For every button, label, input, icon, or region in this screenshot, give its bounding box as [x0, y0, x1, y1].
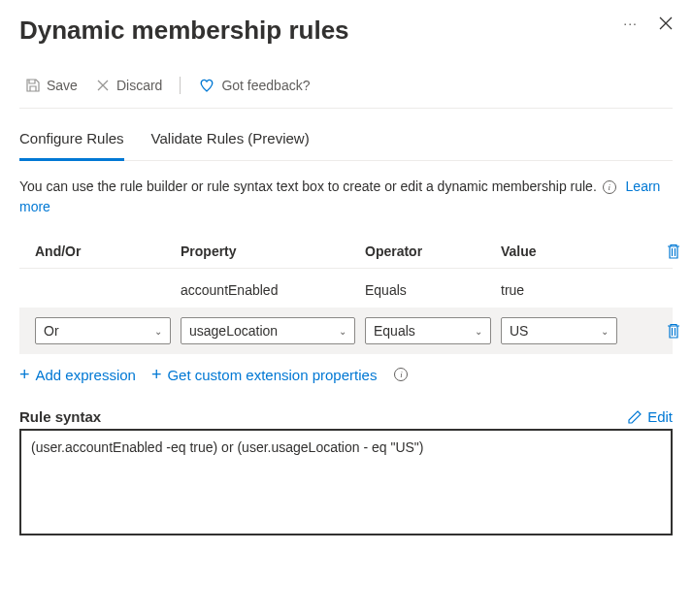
r1-operator: Equals [365, 282, 491, 298]
chevron-down-icon: ⌄ [154, 326, 162, 337]
r2-value-select[interactable]: US ⌄ [501, 317, 617, 344]
edit-label: Edit [647, 408, 673, 425]
col-value: Value [501, 243, 617, 259]
page-title: Dynamic membership rules [19, 16, 349, 46]
toolbar-divider [180, 77, 181, 94]
toolbar: Save Discard Got feedback? [19, 65, 673, 109]
close-icon[interactable] [659, 16, 673, 30]
chevron-down-icon: ⌄ [601, 326, 609, 337]
r2-property-select[interactable]: usageLocation ⌄ [181, 317, 355, 344]
heart-icon [198, 77, 215, 94]
col-delete [666, 243, 681, 260]
tabs: Configure Rules Validate Rules (Preview) [19, 120, 673, 161]
chevron-down-icon: ⌄ [475, 326, 482, 337]
rules-table: And/Or Property Operator Value accountEn… [19, 235, 673, 354]
rule-row-2: Or ⌄ usageLocation ⌄ Equals ⌄ US ⌄ [19, 308, 673, 354]
add-expression-button[interactable]: + Add expression [19, 366, 136, 383]
plus-icon: + [151, 366, 162, 383]
r1-value: true [501, 282, 617, 298]
rule-syntax-label: Rule syntax [19, 408, 101, 425]
description-text: You can use the rule builder or rule syn… [19, 178, 597, 194]
add-expression-label: Add expression [36, 367, 136, 383]
save-icon [25, 78, 41, 93]
trash-icon [666, 322, 681, 340]
discard-label: Discard [116, 78, 162, 93]
col-property: Property [181, 243, 355, 259]
col-operator: Operator [365, 243, 491, 259]
col-andor: And/Or [35, 243, 171, 259]
r2-delete-button[interactable] [666, 322, 681, 340]
r2-operator-value: Equals [374, 323, 415, 339]
r2-operator-select[interactable]: Equals ⌄ [365, 317, 491, 344]
r1-property: accountEnabled [181, 282, 355, 298]
discard-button[interactable]: Discard [89, 74, 168, 97]
tab-configure-rules[interactable]: Configure Rules [19, 120, 124, 161]
pencil-icon [628, 410, 642, 424]
save-button[interactable]: Save [19, 74, 83, 97]
rules-header-row: And/Or Property Operator Value [19, 235, 673, 269]
get-custom-ext-label: Get custom extension properties [167, 367, 377, 383]
rule-syntax-textbox[interactable]: (user.accountEnabled -eq true) or (user.… [19, 429, 673, 535]
trash-icon[interactable] [666, 243, 681, 260]
get-custom-ext-button[interactable]: + Get custom extension properties [151, 366, 377, 383]
r2-value-value: US [510, 323, 528, 339]
feedback-label: Got feedback? [221, 78, 310, 93]
r2-andor-select[interactable]: Or ⌄ [35, 317, 171, 344]
r2-property-value: usageLocation [189, 323, 278, 339]
tab-validate-rules[interactable]: Validate Rules (Preview) [151, 120, 310, 161]
info-icon[interactable]: i [603, 180, 616, 194]
action-links: + Add expression + Get custom extension … [19, 354, 673, 383]
info-icon[interactable]: i [394, 368, 408, 381]
save-label: Save [47, 78, 78, 93]
edit-syntax-button[interactable]: Edit [628, 408, 673, 425]
rule-row-1: accountEnabled Equals true [19, 269, 673, 308]
plus-icon: + [19, 366, 30, 383]
chevron-down-icon: ⌄ [339, 326, 346, 337]
description: You can use the rule builder or rule syn… [19, 177, 673, 217]
feedback-button[interactable]: Got feedback? [192, 73, 315, 98]
r2-andor-value: Or [44, 323, 59, 339]
discard-icon [95, 78, 111, 93]
more-actions-button[interactable]: ··· [619, 16, 642, 31]
